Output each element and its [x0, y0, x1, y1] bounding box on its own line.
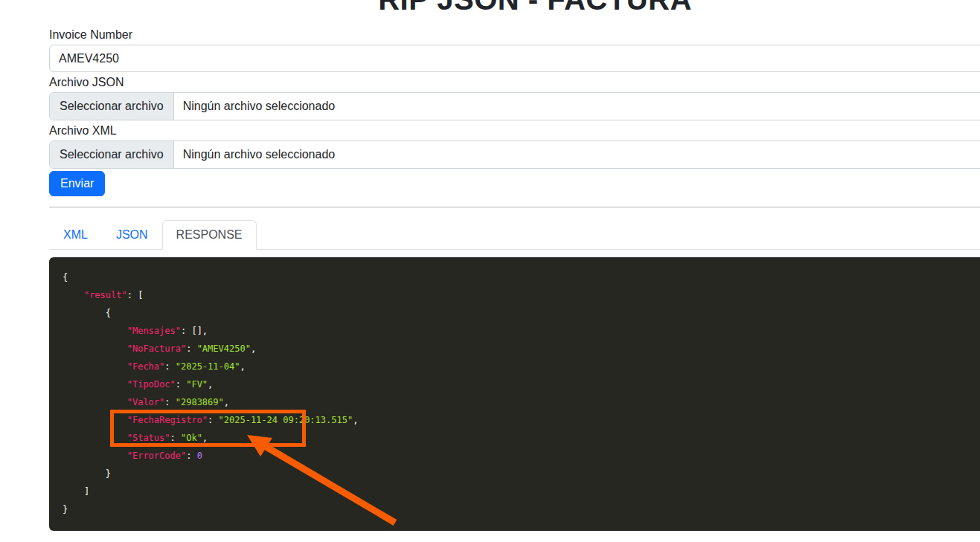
response-code: { "result": [ { "Mensajes": [], "NoFactu…: [49, 257, 980, 531]
invoice-number-label: Invoice Number: [49, 28, 980, 42]
invoice-number-input[interactable]: [49, 45, 980, 72]
archivo-json-label: Archivo JSON: [49, 75, 980, 89]
submit-button[interactable]: Enviar: [49, 171, 105, 196]
json-file-status-text: Ningún archivo seleccionado: [174, 93, 345, 120]
xml-file-select-button[interactable]: Seleccionar archivo: [50, 141, 174, 168]
tab-response[interactable]: RESPONSE: [162, 220, 257, 250]
result-tabs: XML JSON RESPONSE: [49, 220, 980, 250]
invoice-form: Invoice Number Archivo JSON Seleccionar …: [49, 28, 980, 196]
tab-xml[interactable]: XML: [49, 220, 102, 250]
xml-file-status-text: Ningún archivo seleccionado: [174, 141, 345, 168]
main-container: RIP JSON - FACTURA Invoice Number Archiv…: [49, 0, 980, 531]
form-divider: [49, 207, 980, 207]
page-title: RIP JSON - FACTURA: [49, 0, 980, 16]
tab-json[interactable]: JSON: [102, 220, 162, 250]
json-file-select-button[interactable]: Seleccionar archivo: [50, 93, 174, 120]
json-file-input[interactable]: Seleccionar archivo Ningún archivo selec…: [49, 92, 980, 120]
xml-file-input[interactable]: Seleccionar archivo Ningún archivo selec…: [49, 141, 980, 169]
archivo-xml-label: Archivo XML: [49, 123, 980, 138]
